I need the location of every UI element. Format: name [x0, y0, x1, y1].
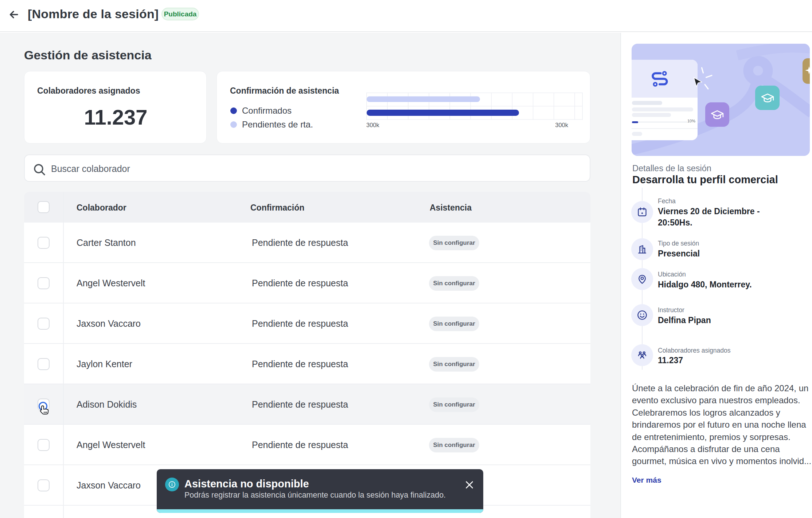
svg-text:300k: 300k: [555, 122, 569, 128]
svg-text:300k: 300k: [366, 122, 380, 128]
